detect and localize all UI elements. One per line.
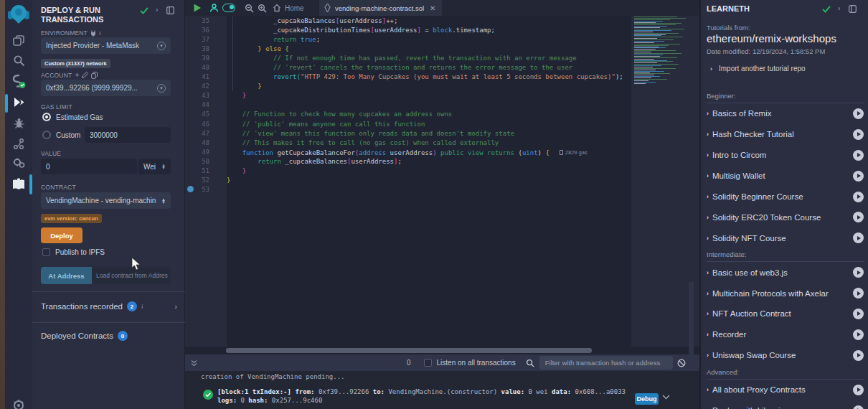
play-tutorial-icon[interactable] <box>853 405 864 409</box>
chevron-right-icon: › <box>707 290 709 297</box>
import-tutorial-row[interactable]: › Import another tutorial repo <box>710 65 806 72</box>
line-number: 43 <box>185 91 209 100</box>
clear-terminal-icon[interactable] <box>677 359 686 367</box>
deploy-run-icon[interactable] <box>5 96 32 108</box>
section-label: Advanced: <box>707 368 864 380</box>
play-tutorial-icon[interactable] <box>853 350 864 361</box>
tutorial-title: Multisig Wallet <box>712 171 765 180</box>
play-tutorial-icon[interactable] <box>853 108 864 119</box>
zoom-out-icon[interactable] <box>245 4 254 13</box>
zoom-in-icon[interactable] <box>258 4 267 13</box>
search-icon[interactable] <box>5 55 32 67</box>
tutorial-item[interactable]: ›Solidity Beginner Course <box>707 187 864 207</box>
line-number: 41 <box>185 72 209 82</box>
publish-ipfs-checkbox[interactable] <box>42 248 50 256</box>
play-tutorial-icon[interactable] <box>853 212 864 222</box>
plugin-manager-icon[interactable] <box>5 157 32 169</box>
line-number: 48 <box>185 138 209 148</box>
contract-select[interactable]: VendingMachine - vending-machin ▲▼ <box>41 192 171 209</box>
horizontal-scrollbar[interactable] <box>226 348 592 353</box>
code-editor[interactable]: 35363738394041424344454647484950515253 _… <box>185 16 699 347</box>
listen-checkbox[interactable] <box>424 359 432 367</box>
tutorial-item[interactable]: ›Intro to Circom <box>707 145 864 166</box>
tutorial-item[interactable]: ›Basics of Remix <box>707 103 864 124</box>
git-icon[interactable] <box>5 138 32 150</box>
publish-ipfs-row[interactable]: Publish to IPFS <box>42 248 105 256</box>
run-script-icon[interactable] <box>193 4 202 12</box>
tutorial-item[interactable]: ›Multisig Wallet <box>707 166 864 187</box>
tutorial-item[interactable]: ›Solidity ERC20 Token Course <box>707 207 864 227</box>
code-line <box>227 100 623 110</box>
play-tutorial-icon[interactable] <box>853 192 864 202</box>
learneth-icon[interactable] <box>5 178 32 191</box>
code-line: _cupcakeDistributionTimes[userAddress] =… <box>227 26 623 35</box>
play-tutorial-icon[interactable] <box>853 232 864 243</box>
environment-select[interactable]: Injected Provider - MetaMask ▾ <box>41 37 171 54</box>
divider <box>32 291 185 292</box>
value-unit-select[interactable]: Wei▲▼ <box>138 159 171 174</box>
play-tutorial-icon[interactable] <box>853 385 864 395</box>
code-line: function getCupcakeBalanceFor(address us… <box>227 148 623 157</box>
learneth-collapse-icon[interactable]: › <box>838 4 840 12</box>
tx-expand-icon[interactable] <box>662 395 670 400</box>
debug-button[interactable]: Debug <box>635 393 659 405</box>
tutorial-item[interactable]: ›Multichain Protocols with Axelar <box>707 283 864 304</box>
panel-collapse-icon[interactable]: › <box>156 6 158 14</box>
tutorial-item[interactable]: ›All about Proxy Contracts <box>707 380 864 400</box>
ai-toggle-icon[interactable] <box>222 4 235 12</box>
custom-gas-input[interactable]: 3000000 <box>85 127 171 143</box>
terminal[interactable]: creation of VendingMachine pending... [b… <box>185 371 699 409</box>
file-tab[interactable]: vending-machine-contract.sol ✕ <box>319 0 442 16</box>
at-address-button[interactable]: At Address <box>41 267 92 284</box>
tutorial-item[interactable]: ›Recorder <box>707 324 864 345</box>
tutorial-item[interactable]: ›Uniswap Swap Course <box>707 345 864 366</box>
transactions-recorded-row[interactable]: Transactions recorded 2 i › <box>41 301 177 311</box>
play-tutorial-icon[interactable] <box>853 309 864 319</box>
code-line: // 'public' means anyone can call this f… <box>227 120 623 129</box>
play-tutorial-icon[interactable] <box>853 267 864 278</box>
account-select[interactable]: 0xf39...92266 (9999.99929... ▾ <box>41 80 171 96</box>
tutorial-title: Intro to Circom <box>712 151 766 159</box>
line-number: 42 <box>185 82 209 91</box>
code-line: revert("HTTP 429: Too Many Cupcakes (you… <box>227 72 623 82</box>
remixai-icon[interactable] <box>209 3 219 13</box>
value-input[interactable]: 0 <box>41 159 137 174</box>
tx-log-text[interactable]: [block:1 txIndex:-] from: 0xf39...92266 … <box>217 388 626 405</box>
tutorial-item[interactable]: ›Deploy with Libraries <box>707 400 864 409</box>
custom-gas-radio[interactable]: Custom <box>42 131 80 139</box>
add-account-icon[interactable]: + <box>75 71 79 79</box>
terminal-count: 0 <box>407 359 411 367</box>
copy-icon[interactable] <box>91 72 98 79</box>
learneth-check-icon <box>822 6 831 13</box>
terminal-collapse-icon[interactable] <box>191 359 197 367</box>
repo-name: ethereum/remix-workshops <box>707 32 836 44</box>
file-explorer-icon[interactable] <box>5 34 32 47</box>
play-tutorial-icon[interactable] <box>853 288 864 298</box>
transactions-expand-icon[interactable]: › <box>174 302 177 311</box>
play-tutorial-icon[interactable] <box>853 129 864 140</box>
deploy-button[interactable]: Deploy <box>41 227 82 243</box>
tutorial-item[interactable]: ›Solidity NFT Course <box>707 227 864 248</box>
play-tutorial-icon[interactable] <box>853 150 864 161</box>
panel-pin-icon[interactable] <box>166 6 174 14</box>
deploy-run-panel: DEPLOY & RUN TRANSACTIONS › ENVIRONMENT … <box>32 0 185 409</box>
vertical-scrollbar[interactable] <box>689 282 694 362</box>
play-tutorial-icon[interactable] <box>853 329 864 340</box>
learneth-pin-icon[interactable] <box>849 5 857 13</box>
tutorial-item[interactable]: ›Basic use of web3.js <box>707 262 864 283</box>
close-tab-icon[interactable]: ✕ <box>430 4 435 12</box>
solidity-compiler-icon[interactable] <box>5 75 32 89</box>
chevron-right-icon: › <box>707 193 709 200</box>
tutorial-item[interactable]: ›Hash Checker Tutorial <box>707 124 864 145</box>
tutorial-item[interactable]: ›NFT Auction Contract <box>707 304 864 324</box>
home-tab[interactable]: Home <box>273 4 304 12</box>
remix-logo-icon[interactable] <box>5 4 32 24</box>
edit-icon[interactable] <box>82 72 88 78</box>
minimap[interactable] <box>634 17 690 88</box>
terminal-filter-input[interactable]: Filter with transaction hash or address <box>539 356 673 370</box>
info-icon[interactable]: i <box>99 29 101 37</box>
estimated-gas-radio[interactable]: Estimated Gas <box>42 113 103 121</box>
settings-icon[interactable] <box>5 399 32 409</box>
debugger-icon[interactable] <box>5 117 32 129</box>
play-tutorial-icon[interactable] <box>853 171 864 182</box>
